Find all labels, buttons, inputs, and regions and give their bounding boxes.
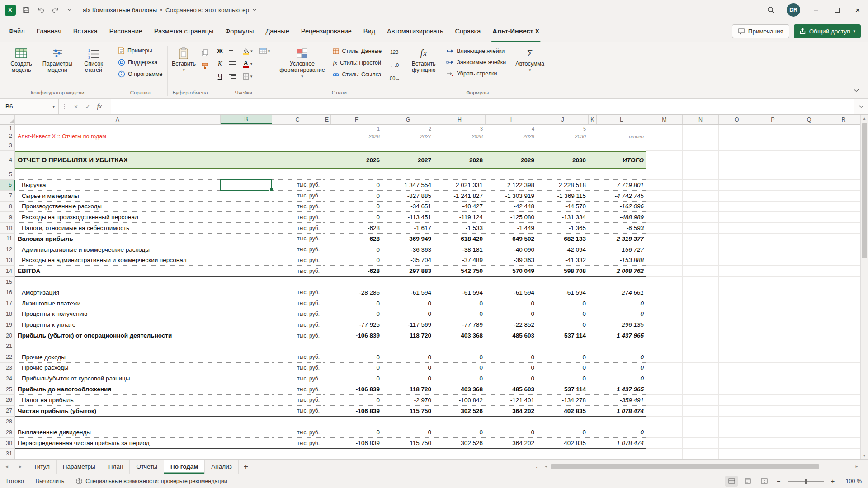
cell-H21[interactable] <box>434 341 486 352</box>
page-layout-view-button[interactable] <box>741 476 754 487</box>
cell-J29[interactable]: 0 <box>537 427 589 438</box>
status-calculate[interactable]: Вычислить <box>36 478 65 484</box>
insert-function-fx-button[interactable]: fx <box>94 101 105 113</box>
zoom-in-button[interactable]: + <box>828 478 837 485</box>
cell-P10[interactable] <box>755 223 791 234</box>
cell-O23[interactable] <box>719 363 755 374</box>
cell-J15[interactable] <box>537 277 589 287</box>
cell-N4[interactable] <box>683 151 719 169</box>
bold-button[interactable]: Ж <box>214 45 226 57</box>
cell-L26[interactable]: -359 491 <box>597 395 646 406</box>
cell-M29[interactable] <box>646 427 683 438</box>
cell-G25[interactable]: 118 720 <box>382 384 434 395</box>
cell-C27[interactable]: тыс. руб. <box>272 406 323 417</box>
cell-M28[interactable] <box>646 417 683 427</box>
cell-F9[interactable]: 0 <box>331 212 382 223</box>
row-header-28[interactable]: 28 <box>0 417 15 427</box>
cell-G16[interactable]: -61 594 <box>382 287 434 298</box>
row-header-18[interactable]: 18 <box>0 309 15 320</box>
cell-B9[interactable] <box>221 212 272 223</box>
cell-O25[interactable] <box>719 384 755 395</box>
cell-E22[interactable] <box>323 352 331 363</box>
cell-I16[interactable]: -61 594 <box>486 287 537 298</box>
cell-B8[interactable] <box>221 202 272 212</box>
cell-O21[interactable] <box>719 341 755 352</box>
cell-E31[interactable] <box>323 449 331 459</box>
cell-J9[interactable]: -131 334 <box>537 212 589 223</box>
vertical-scrollbar[interactable]: ▲ ▼ <box>860 115 868 459</box>
column-header-N[interactable]: N <box>683 115 719 124</box>
cell-P23[interactable] <box>755 363 791 374</box>
cell-C5[interactable] <box>272 169 323 180</box>
cell-F8[interactable]: 0 <box>331 202 382 212</box>
cell-B17[interactable] <box>221 298 272 309</box>
cell-K22[interactable] <box>589 352 597 363</box>
cell-K5[interactable] <box>589 169 597 180</box>
cell-N19[interactable] <box>683 319 719 330</box>
cell-I28[interactable] <box>486 417 537 427</box>
create-model-button[interactable]: Создать модель <box>4 45 39 74</box>
style-simple-button[interactable]: fx Стиль: Простой <box>329 57 385 68</box>
cell-I15[interactable] <box>486 277 537 287</box>
cell-H10[interactable]: -1 533 <box>434 223 486 234</box>
cell-H13[interactable]: -37 489 <box>434 255 486 266</box>
cell-F30[interactable]: -106 839 <box>331 438 382 449</box>
cell-O16[interactable] <box>719 287 755 298</box>
cell-O9[interactable] <box>719 212 755 223</box>
cell-O31[interactable] <box>719 449 755 459</box>
cell-A25[interactable]: Прибыль до налогообложения <box>15 384 221 395</box>
cell-B7[interactable] <box>221 191 272 202</box>
cell-E7[interactable] <box>323 191 331 202</box>
cell-M24[interactable] <box>646 373 683 384</box>
column-header-Q[interactable]: Q <box>791 115 827 124</box>
cell-I9[interactable]: -125 080 <box>486 212 537 223</box>
cell-F25[interactable]: -106 839 <box>331 384 382 395</box>
cell-B3[interactable] <box>221 140 272 151</box>
row-header-4[interactable]: 4 <box>0 151 15 169</box>
cell-I12[interactable]: -40 090 <box>486 244 537 255</box>
cell-L3[interactable] <box>597 140 646 151</box>
cell-R23[interactable] <box>827 363 860 374</box>
cell-M3[interactable] <box>646 140 683 151</box>
cell-N25[interactable] <box>683 384 719 395</box>
cell-M27[interactable] <box>646 406 683 417</box>
cell-K30[interactable] <box>589 438 597 449</box>
cell-P13[interactable] <box>755 255 791 266</box>
cell-K25[interactable] <box>589 384 597 395</box>
cell-A28[interactable] <box>15 417 221 427</box>
cell-O20[interactable] <box>719 330 755 341</box>
cell-O6[interactable] <box>719 180 755 191</box>
ribbon-tab-Рецензирование[interactable]: Рецензирование <box>295 20 358 42</box>
cell-E17[interactable] <box>323 298 331 309</box>
cell-O12[interactable] <box>719 244 755 255</box>
cell-Q11[interactable] <box>791 234 827 244</box>
cell-P24[interactable] <box>755 373 791 384</box>
cell-H4[interactable]: 2028 <box>434 151 486 169</box>
cell-I21[interactable] <box>486 341 537 352</box>
row-header-16[interactable]: 16 <box>0 287 15 298</box>
row-header-11[interactable]: 11 <box>0 234 15 244</box>
cell-K7[interactable] <box>589 191 597 202</box>
cell-M7[interactable] <box>646 191 683 202</box>
minimize-button[interactable]: – <box>806 0 826 20</box>
cell-L21[interactable] <box>597 341 646 352</box>
cell-Q15[interactable] <box>791 277 827 287</box>
cell-H5[interactable] <box>434 169 486 180</box>
cell-K18[interactable] <box>589 309 597 320</box>
column-header-J[interactable]: J <box>537 115 589 124</box>
row-header-29[interactable]: 29 <box>0 427 15 438</box>
cell-R29[interactable] <box>827 427 860 438</box>
cell-M23[interactable] <box>646 363 683 374</box>
cell-N20[interactable] <box>683 330 719 341</box>
cell-O7[interactable] <box>719 191 755 202</box>
cell-Q6[interactable] <box>791 180 827 191</box>
cell-R3[interactable] <box>827 140 860 151</box>
sheet-options-button[interactable]: ⋮ <box>531 460 542 474</box>
ribbon-tab-Файл[interactable]: Файл <box>3 20 31 42</box>
cell-P29[interactable] <box>755 427 791 438</box>
cell-L29[interactable]: 0 <box>597 427 646 438</box>
cell-P21[interactable] <box>755 341 791 352</box>
cell-R9[interactable] <box>827 212 860 223</box>
cell-J23[interactable]: 0 <box>537 363 589 374</box>
cell-C13[interactable]: тыс. руб. <box>272 255 323 266</box>
